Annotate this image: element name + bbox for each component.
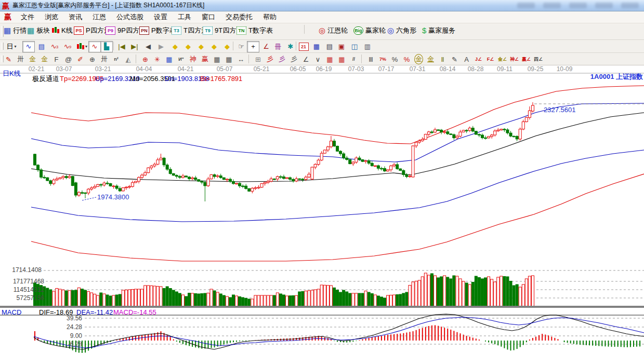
menu-item-0[interactable]: 文件 bbox=[16, 11, 40, 23]
draw-tool-f-angle-icon[interactable]: F∠ bbox=[485, 55, 496, 64]
period-day-dropdown-icon[interactable]: ▾ bbox=[14, 42, 16, 51]
kline-chart[interactable]: 02-2103-0703-2104-0404-2105-0705-2106-05… bbox=[0, 65, 644, 353]
draw-tool-ying-scale-icon[interactable]: 赢 bbox=[200, 55, 211, 64]
draw-tool-fan-red-icon[interactable]: 彡 bbox=[265, 55, 275, 64]
draw-tool-shen-scale-icon[interactable]: 神 bbox=[188, 55, 199, 64]
draw-tool-b-bars-icon[interactable]: || bbox=[437, 55, 448, 64]
draw-tool-f-scale-icon[interactable]: F bbox=[51, 55, 62, 64]
toolbar-button-hexagon[interactable]: ◎六角形 bbox=[387, 26, 416, 35]
tool-button-crosshair-tool[interactable]: + bbox=[247, 41, 259, 52]
toolbar-button-p-number-table[interactable]: PNP数字表 bbox=[139, 26, 176, 35]
tool-button-zigzag-red[interactable]: ∿ bbox=[88, 41, 101, 52]
toolbar-button-winner-wheel[interactable]: Big赢家轮 bbox=[353, 26, 386, 35]
tool-button-calculator-tool[interactable]: ▦ bbox=[310, 41, 323, 52]
draw-tool-time-cycle-icon[interactable]: ⊕ bbox=[87, 55, 98, 64]
draw-tool-v-bottom-icon[interactable]: ∨ bbox=[312, 55, 323, 64]
tool-button-hand-tool[interactable]: ☞ bbox=[235, 41, 247, 52]
draw-tool-pen-tool-icon[interactable]: ✎ bbox=[3, 55, 14, 64]
draw-tool-pen-fine-icon[interactable]: ✎ bbox=[449, 55, 460, 64]
tool-button-info-list[interactable]: ▤ bbox=[35, 41, 48, 52]
menu-item-9[interactable]: 帮助 bbox=[258, 11, 282, 23]
draw-tool-target-red-icon[interactable]: ⊕ bbox=[140, 55, 151, 64]
draw-tool-n-square-icon[interactable]: n² bbox=[111, 55, 122, 64]
menu-item-4[interactable]: 公式选股 bbox=[111, 11, 149, 23]
tool-button-period-day[interactable]: 日▾ bbox=[3, 41, 20, 52]
tool-button-workstation-tool[interactable]: ▥ bbox=[361, 41, 374, 52]
toolbar-button-sectors[interactable]: ▦板块 bbox=[27, 26, 50, 35]
draw-tool-box-measure-icon[interactable]: ⊞ bbox=[253, 55, 264, 64]
draw-tool-parallel-lines-icon[interactable]: // bbox=[348, 55, 359, 64]
volume-bar bbox=[254, 295, 257, 306]
tool-button-notes-tool[interactable]: ▤ bbox=[323, 41, 336, 52]
menu-item-6[interactable]: 工具 bbox=[173, 11, 196, 23]
draw-tool-gann-scale-icon[interactable]: 卅 bbox=[15, 55, 26, 64]
volume-bar bbox=[52, 291, 55, 306]
draw-tool-angle-gauge-icon[interactable]: ◭ bbox=[123, 55, 134, 64]
candle-style-dropdown-icon[interactable]: ▾ bbox=[85, 42, 87, 51]
menu-item-8[interactable]: 交易委托 bbox=[220, 11, 258, 23]
toolbar-button-winner-service[interactable]: $赢家服务 bbox=[422, 26, 455, 35]
tool-button-zoom-in-all[interactable]: ◆ bbox=[221, 41, 233, 52]
draw-tool-gold-scale-1-icon[interactable]: 金 bbox=[27, 55, 38, 64]
volume-bar bbox=[216, 292, 219, 306]
draw-tool-scale-2-icon[interactable]: 卅 bbox=[99, 55, 110, 64]
draw-tool-si-angle-icon[interactable]: 四∠ bbox=[533, 55, 544, 64]
tool-button-protractor-tool[interactable]: ∠ bbox=[260, 41, 272, 52]
draw-tool-percent-red-icon[interactable]: % bbox=[401, 55, 412, 64]
toolbar-button-gann-wheel[interactable]: ◎江恩轮 bbox=[319, 26, 348, 35]
draw-tool-n-wave-icon[interactable]: И" bbox=[176, 55, 187, 64]
toolbar-button-kline[interactable]: K线 bbox=[52, 26, 73, 35]
draw-tool-grid-red-icon[interactable]: ▦ bbox=[324, 55, 335, 64]
menu-item-5[interactable]: 设置 bbox=[149, 11, 173, 23]
tool-button-wave-9[interactable]: ∿9 bbox=[61, 41, 74, 52]
toolbar-button-t-number-table[interactable]: TNT数字表 bbox=[236, 26, 273, 35]
tool-button-calendar-tool[interactable]: 21 bbox=[297, 41, 310, 52]
draw-tool-a-wave-icon[interactable]: A bbox=[461, 55, 472, 64]
tool-button-next-bar[interactable]: ▶ bbox=[155, 41, 167, 52]
draw-tool-grid-arrow-icon[interactable]: ▦ bbox=[336, 55, 347, 64]
draw-tool-fan-box-purple-icon[interactable]: 彡 bbox=[277, 55, 287, 64]
tool-button-pattern-tool[interactable]: ✱ bbox=[284, 41, 297, 52]
draw-tool-percent-icon[interactable]: % bbox=[389, 55, 400, 64]
menu-item-3[interactable]: 江恩 bbox=[87, 11, 111, 23]
draw-tool-angle-lines-icon[interactable]: ∠ bbox=[300, 55, 311, 64]
tool-button-net-tool[interactable]: ◫ bbox=[348, 41, 361, 52]
menu-item-1[interactable]: 浏览 bbox=[40, 11, 63, 23]
draw-tool-bars-135-icon[interactable]: ||| bbox=[365, 55, 376, 64]
tool-button-zoom-horizontal[interactable]: ◆ bbox=[195, 41, 207, 52]
draw-tool-gold-scale-2-icon[interactable]: 金 bbox=[39, 55, 50, 64]
tool-button-last-bar[interactable]: ▶| bbox=[128, 41, 141, 52]
tool-button-pan-right[interactable]: ◆ bbox=[182, 41, 194, 52]
draw-tool-gold-circle-icon[interactable]: 金 bbox=[413, 55, 424, 64]
draw-tool-gold-angle-icon[interactable]: 金∠ bbox=[497, 55, 508, 64]
tool-button-zoom-out-all[interactable]: ◆ bbox=[208, 41, 220, 52]
draw-tool-shen-angle-icon[interactable]: 神∠ bbox=[509, 55, 520, 64]
draw-tool-fan-box-gray-icon[interactable]: 彡 bbox=[288, 55, 299, 64]
tool-button-save-tool[interactable]: ▣ bbox=[335, 41, 348, 52]
tool-button-frame-tool[interactable]: 冊 bbox=[272, 41, 284, 52]
draw-tool-width-measure-icon[interactable]: ↔ bbox=[235, 55, 246, 64]
volume-bar bbox=[346, 292, 348, 306]
candle-body bbox=[358, 158, 361, 159]
tool-button-first-bar[interactable]: |◀ bbox=[115, 41, 128, 52]
draw-tool-j-angle-icon[interactable]: J∠ bbox=[473, 55, 484, 64]
draw-tool-grid-blue-icon[interactable]: ▦ bbox=[164, 55, 175, 64]
pane-separator[interactable] bbox=[0, 306, 644, 308]
tool-button-wave-3[interactable]: ∿3 bbox=[48, 41, 61, 52]
tool-button-pan-left[interactable]: ◆ bbox=[169, 41, 181, 52]
toolbar-button-quotes[interactable]: ▦行情 bbox=[4, 26, 27, 35]
draw-tool-grid-count-icon[interactable]: ▦ bbox=[224, 55, 234, 64]
draw-tool-ying-angle-icon[interactable]: 赢∠ bbox=[521, 55, 532, 64]
draw-tool-star-grid-icon[interactable]: ✳ bbox=[152, 55, 163, 64]
menu-item-2[interactable]: 资讯 bbox=[63, 11, 87, 23]
tool-button-prev-bar[interactable]: ◀ bbox=[142, 41, 154, 52]
draw-tool-spiral-tool-icon[interactable]: @ bbox=[63, 55, 74, 64]
draw-tool-gold-line-icon[interactable]: 金 bbox=[425, 55, 436, 64]
chart-panel[interactable]: 02-2103-0703-2104-0404-2105-0705-2106-05… bbox=[0, 65, 644, 353]
tool-button-zigzag-overlay[interactable]: ∿ bbox=[22, 41, 35, 52]
draw-tool-brush-tool-icon[interactable]: ✐ bbox=[75, 55, 86, 64]
draw-tool-grid-123-icon[interactable]: ▦ bbox=[212, 55, 222, 64]
menu-item-7[interactable]: 窗口 bbox=[196, 11, 220, 23]
tool-button-profile-chart[interactable]: ▙ bbox=[100, 41, 113, 52]
draw-tool-percent-7-icon[interactable]: 7% bbox=[377, 55, 388, 64]
